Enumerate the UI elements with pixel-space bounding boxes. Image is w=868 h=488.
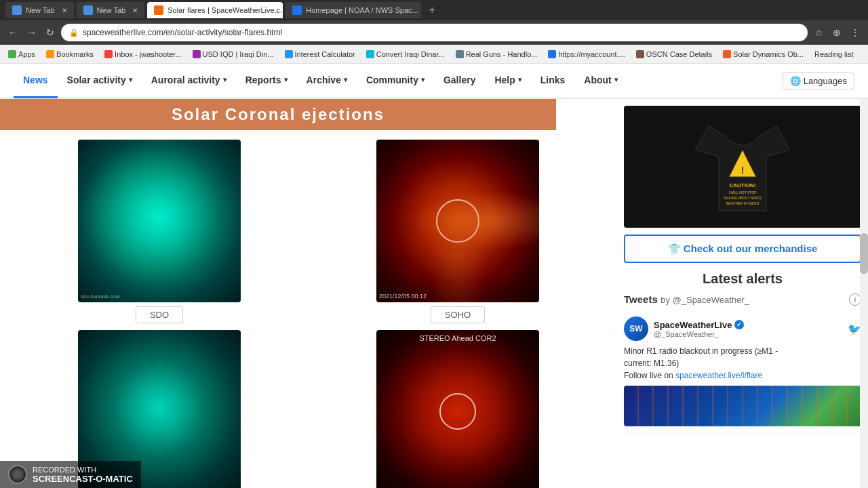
tweet-text: Minor R1 radio blackout in progress (≥M1… — [624, 345, 861, 382]
tab-1[interactable]: New Tab ✕ — [5, 2, 74, 18]
reload-button[interactable]: ↻ — [43, 24, 57, 41]
nav-gallery[interactable]: Gallery — [434, 64, 485, 98]
bookmark-convert-dinar[interactable]: Convert Iraqi Dinar... — [363, 49, 448, 60]
bookmark-inbox[interactable]: Inbox - jwashooter... — [102, 49, 184, 60]
bookmark-oscn[interactable]: OSCN Case Details — [633, 49, 715, 60]
tweet-author-info: SpaceWeatherLive ✓ @_SpaceWeather_ — [654, 320, 842, 338]
soho-label-button[interactable]: SOHO — [431, 306, 485, 323]
nav-solar-activity[interactable]: Solar activity ▾ — [58, 64, 142, 98]
auroral-dropdown-arrow: ▾ — [223, 76, 226, 83]
hero-title: Solar Coronal ejections — [172, 105, 384, 124]
about-dropdown-arrow: ▾ — [614, 76, 618, 83]
tshirt-image: ! CAUTION! I WILL NOT STOP TALKING ABOUT… — [695, 113, 790, 221]
bookmark-usd-iqd-label: USD IQD | Iraqi Din... — [203, 50, 274, 58]
bookmark-solar-dynamics[interactable]: Solar Dynamics Ob... — [720, 49, 806, 60]
languages-label: 🌐 Languages — [790, 76, 847, 86]
tweet-link[interactable]: spaceweather.live/l/flare — [675, 371, 762, 380]
bookmark-account-label: https://myaccount.... — [558, 50, 625, 58]
tab-1-icon — [12, 5, 22, 15]
nav-about[interactable]: About ▾ — [574, 64, 627, 98]
tab-1-close[interactable]: ✕ — [62, 7, 67, 14]
oscn-icon — [636, 50, 644, 58]
lock-icon: 🔒 — [69, 28, 79, 37]
bookmark-usd-iqd[interactable]: USD IQD | Iraqi Din... — [190, 49, 277, 60]
bookmark-solar-dyn-label: Solar Dynamics Ob... — [733, 50, 804, 58]
forward-button[interactable]: → — [24, 24, 39, 41]
tab-3[interactable]: Solar flares | SpaceWeatherLive.c... ✕ — [147, 2, 283, 18]
verified-badge: ✓ — [734, 320, 744, 329]
svg-text:CAUTION!: CAUTION! — [729, 182, 755, 188]
bookmark-reading-list[interactable]: Reading list — [812, 49, 856, 60]
nav-auroral-activity[interactable]: Auroral activity ▾ — [142, 64, 236, 98]
tab-1-label: New Tab — [26, 6, 55, 14]
sdo-label-button[interactable]: SDO — [136, 306, 183, 323]
reading-list-label: Reading list — [814, 50, 853, 58]
sidebar: ! CAUTION! I WILL NOT STOP TALKING ABOUT… — [617, 99, 868, 488]
bookmark-apps-label: Apps — [18, 50, 35, 58]
languages-button[interactable]: 🌐 Languages — [783, 73, 854, 89]
screencast-text: RECORDED WITH SCREENCAST-O-MATIC — [33, 466, 133, 484]
scrollbar-thumb[interactable] — [860, 233, 868, 274]
check-merchandise-button[interactable]: 👕 Check out our merchandise — [624, 235, 861, 263]
stereo-image[interactable]: STEREO Ahead COR2 — [376, 330, 539, 488]
image-grid: sdo.livnhub.com SDO 2021/12/05 00:12 SOH… — [14, 140, 604, 488]
nav-archive[interactable]: Archive ▾ — [297, 64, 357, 98]
calc-icon — [285, 50, 293, 58]
tshirt-container: ! CAUTION! I WILL NOT STOP TALKING ABOUT… — [624, 106, 861, 228]
solar-dyn-icon — [723, 50, 731, 58]
address-bar[interactable]: 🔒 spaceweatherlive.com/en/solar-activity… — [61, 24, 808, 41]
tab-4-icon — [292, 5, 302, 15]
account-icon — [548, 50, 556, 58]
bookmark-real-guns[interactable]: Real Guns - Handlo... — [453, 49, 540, 60]
watermark-line2: SCREENCAST-O-MATIC — [33, 474, 133, 484]
svg-text:!: ! — [741, 165, 745, 176]
tab-3-icon — [154, 5, 163, 15]
tab-2-close[interactable]: ✕ — [132, 7, 138, 14]
archive-dropdown-arrow: ▾ — [344, 76, 347, 83]
content-area: sdo.livnhub.com SDO 2021/12/05 00:12 SOH… — [0, 99, 617, 488]
tweet-handle: @_SpaceWeather_ — [654, 330, 842, 338]
dinar-icon — [366, 50, 374, 58]
new-tab-button[interactable]: + — [424, 2, 440, 18]
tweets-header: Tweets by @_SpaceWeather_ i — [624, 293, 861, 306]
browser-chrome: New Tab ✕ New Tab ✕ Solar flares | Space… — [0, 0, 868, 64]
tab-4-label: Homepage | NOAA / NWS Spac... — [306, 6, 418, 14]
bookmark-inbox-label: Inbox - jwashooter... — [115, 50, 181, 58]
bookmark-myaccount[interactable]: https://myaccount.... — [545, 49, 627, 60]
twitter-bird-icon: 🐦 — [848, 323, 861, 336]
page-scrollbar[interactable] — [860, 64, 868, 488]
sdo-image-cell: sdo.livnhub.com SDO — [14, 140, 305, 323]
bookmark-interest-calc[interactable]: Interest Calculator — [282, 49, 358, 60]
soho-image[interactable]: 2021/12/05 00:12 — [376, 140, 539, 302]
menu-button[interactable]: ⋮ — [848, 24, 863, 41]
bookmark-star[interactable]: ☆ — [812, 24, 826, 41]
back-button[interactable]: ← — [5, 24, 20, 41]
tab-2-label: New Tab — [97, 6, 126, 14]
tab-4[interactable]: Homepage | NOAA / NWS Spac... ✕ — [285, 2, 421, 18]
merch-button-label: 👕 Check out our merchandise — [668, 243, 818, 255]
page-content: News Solar activity ▾ Auroral activity ▾… — [0, 64, 868, 488]
bookmark-guns-label: Real Guns - Handlo... — [466, 50, 538, 58]
stereo-header-label: STEREO Ahead COR2 — [419, 334, 496, 342]
bookmark-bookmarks[interactable]: Bookmarks — [43, 49, 96, 60]
nav-community[interactable]: Community ▾ — [357, 64, 434, 98]
tab-2[interactable]: New Tab ✕ — [77, 2, 145, 18]
nav-reports[interactable]: Reports ▾ — [236, 64, 297, 98]
nav-news[interactable]: News — [14, 64, 58, 98]
soho-image-cell: 2021/12/05 00:12 SOHO — [312, 140, 604, 323]
site-navigation: News Solar activity ▾ Auroral activity ▾… — [0, 64, 868, 99]
extensions-button[interactable]: ⊕ — [830, 24, 844, 41]
bookmark-calc-label: Interest Calculator — [295, 50, 355, 58]
guns-icon — [456, 50, 464, 58]
nav-links[interactable]: Links — [531, 64, 575, 98]
bookmarks-icon — [46, 50, 54, 58]
sdo-image[interactable]: sdo.livnhub.com — [78, 140, 241, 302]
tweet-author-name: SpaceWeatherLive ✓ — [654, 320, 842, 330]
tweet-image-preview — [624, 386, 861, 426]
nav-help[interactable]: Help ▾ — [485, 64, 530, 98]
community-dropdown-arrow: ▾ — [421, 76, 425, 83]
inbox-icon — [104, 50, 113, 58]
tweets-label-group: Tweets by @_SpaceWeather_ — [624, 293, 749, 306]
tweets-label: Tweets — [624, 293, 658, 305]
bookmark-apps[interactable]: Apps — [5, 49, 38, 60]
